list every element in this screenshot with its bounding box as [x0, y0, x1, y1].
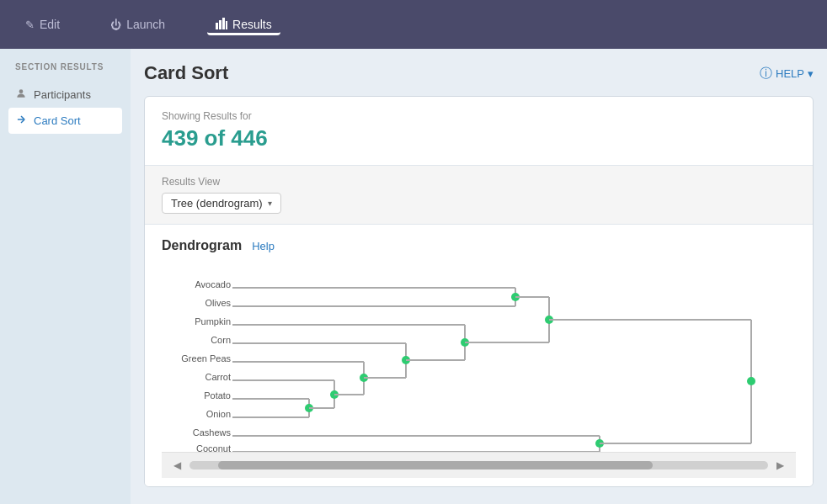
dendrogram-help-link[interactable]: Help [252, 240, 275, 252]
svg-text:Pumpkin: Pumpkin [195, 316, 231, 326]
svg-text:Avocado: Avocado [195, 279, 231, 289]
svg-point-63 [747, 377, 755, 385]
dendrogram-section: Dendrogram Help Avocado Olives Pumpkin C… [145, 225, 813, 486]
sidebar-participants-label: Participants [34, 88, 91, 101]
page-title: Card Sort [144, 62, 228, 84]
view-selected-label: Tree (dendrogram) [171, 197, 263, 210]
sidebar-item-participants[interactable]: Participants [8, 82, 122, 108]
sidebar-section-title: SECTION RESULTS [8, 62, 122, 72]
results-icon [216, 18, 227, 32]
sidebar-card-sort-label: Card Sort [34, 114, 81, 127]
dendrogram-title: Dendrogram [162, 238, 242, 253]
nav-edit-label: Edit [40, 18, 60, 31]
sidebar: SECTION RESULTS Participants Card Sort [0, 49, 131, 504]
svg-rect-2 [222, 18, 225, 29]
results-summary: Showing Results for 439 of 446 [145, 97, 813, 166]
svg-text:Corn: Corn [211, 335, 231, 345]
help-caret-icon: ▾ [808, 67, 814, 80]
scroll-track[interactable] [189, 461, 768, 470]
svg-text:Cashews: Cashews [193, 427, 232, 438]
dendrogram-header: Dendrogram Help [162, 238, 796, 253]
scroll-right-arrow[interactable]: ▶ [773, 458, 787, 473]
svg-rect-1 [219, 20, 221, 29]
svg-rect-3 [226, 21, 227, 29]
launch-icon: ⏻ [110, 19, 121, 31]
top-nav: ✎ Edit ⏻ Launch Results [0, 0, 827, 49]
svg-point-4 [19, 89, 24, 93]
dendrogram-container: Avocado Olives Pumpkin Corn Green Peas C… [162, 267, 796, 452]
results-card: Showing Results for 439 of 446 Results V… [144, 96, 814, 487]
nav-launch[interactable]: ⏻ Launch [102, 14, 173, 34]
showing-label: Showing Results for [162, 110, 796, 122]
svg-text:Olives: Olives [205, 298, 231, 308]
svg-text:Carrot: Carrot [205, 372, 231, 382]
help-button[interactable]: ⓘ HELP ▾ [760, 66, 814, 82]
view-label: Results View [162, 176, 796, 188]
nav-edit[interactable]: ✎ Edit [17, 14, 68, 34]
sidebar-item-card-sort[interactable]: Card Sort [8, 108, 122, 134]
scroll-bar-area: ◀ ▶ [162, 452, 796, 478]
results-count: 439 of 446 [162, 125, 796, 151]
svg-text:Onion: Onion [206, 409, 231, 419]
edit-icon: ✎ [25, 19, 35, 31]
results-view-bar: Results View Tree (dendrogram) ▾ [145, 166, 813, 225]
nav-results-label: Results [232, 18, 272, 31]
card-sort-icon [15, 114, 27, 128]
scroll-left-arrow[interactable]: ◀ [170, 458, 184, 473]
nav-launch-label: Launch [126, 18, 165, 31]
svg-text:Potato: Potato [204, 390, 231, 401]
participants-icon [15, 88, 27, 102]
nav-results[interactable]: Results [207, 14, 280, 35]
dendrogram-svg: Avocado Olives Pumpkin Corn Green Peas C… [162, 267, 796, 452]
content-area: Card Sort ⓘ HELP ▾ Showing Results for 4… [131, 49, 827, 504]
scroll-thumb [218, 461, 652, 470]
view-select-dropdown[interactable]: Tree (dendrogram) ▾ [162, 193, 281, 214]
dropdown-caret-icon: ▾ [268, 199, 272, 208]
svg-rect-0 [216, 23, 218, 29]
svg-text:Coconut: Coconut [196, 443, 231, 452]
svg-text:Green Peas: Green Peas [181, 353, 231, 363]
help-circle-icon: ⓘ [760, 66, 772, 82]
content-header: Card Sort ⓘ HELP ▾ [144, 62, 814, 84]
main-layout: SECTION RESULTS Participants Card Sort [0, 49, 827, 504]
help-label: HELP [776, 67, 804, 80]
